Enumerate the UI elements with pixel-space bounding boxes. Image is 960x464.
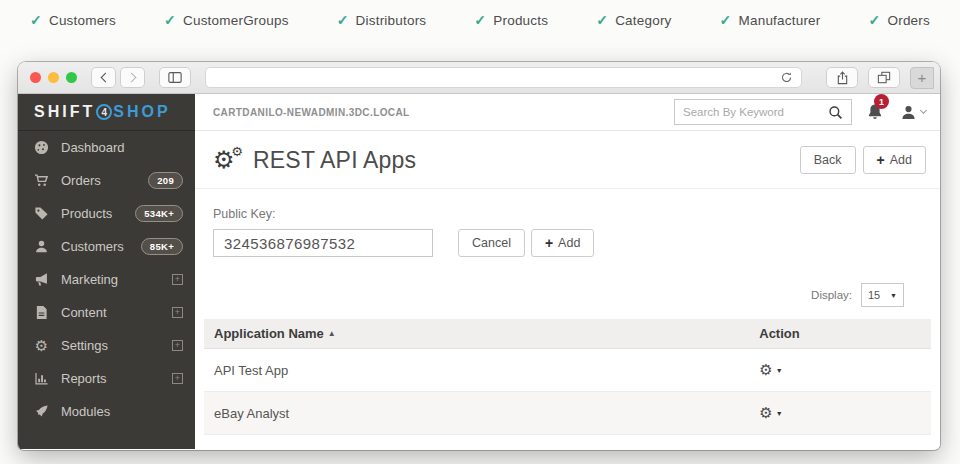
column-header-action: Action	[749, 326, 931, 341]
admin-sidebar: SHIFT4SHOP Dashboard Orders 209 Products…	[18, 94, 195, 449]
back-button-page[interactable]: Back	[800, 146, 856, 174]
sync-item-label: CustomerGroups	[183, 13, 289, 28]
display-label: Display:	[811, 289, 852, 301]
sync-item-label: Manufacturer	[739, 13, 821, 28]
column-header-application-name[interactable]: Application Name ▲	[204, 326, 749, 341]
sync-item-orders: ✓Orders	[869, 12, 930, 28]
sync-item-label: Orders	[887, 13, 929, 28]
sidebar-item-label: Marketing	[61, 272, 172, 287]
cart-icon	[33, 173, 50, 188]
app-name-cell: eBay Analyst	[204, 406, 749, 421]
back-button[interactable]	[91, 67, 116, 88]
chevron-down-icon	[920, 107, 927, 114]
sidebar-item-content[interactable]: Content +	[18, 296, 195, 329]
new-tab-button[interactable]: +	[910, 67, 934, 89]
browser-window: + SHIFT4SHOP Dashboard Orders 209 Produc…	[18, 62, 940, 450]
sidebar-toggle-button[interactable]	[159, 67, 191, 88]
caret-down-icon: ▼	[890, 292, 897, 299]
plus-icon: +	[545, 235, 553, 251]
caret-down-icon: ▼	[776, 410, 783, 417]
sidebar-item-settings[interactable]: ⚙ Settings +	[18, 329, 195, 362]
display-count-value: 15	[868, 289, 880, 301]
close-icon[interactable]	[30, 72, 41, 83]
orders-count-badge: 209	[148, 172, 183, 189]
expand-plus-icon[interactable]: +	[172, 307, 183, 318]
row-action-menu-button[interactable]: ⚙▼	[759, 404, 782, 422]
sidebar-item-dashboard[interactable]: Dashboard	[18, 131, 195, 164]
share-button[interactable]	[826, 67, 858, 88]
search-input[interactable]	[683, 106, 828, 118]
bar-chart-icon	[33, 371, 50, 386]
sync-item-category: ✓Category	[596, 12, 671, 28]
logo-text-shift: SHIFT	[34, 103, 95, 121]
gear-icon: ⚙	[759, 404, 772, 422]
page-header: ⚙⚙ REST API Apps Back +Add	[195, 131, 940, 189]
customers-count-badge: 85K+	[141, 238, 183, 255]
zoom-icon[interactable]	[66, 72, 77, 83]
browser-chrome: +	[18, 62, 940, 94]
keyword-search-box[interactable]	[674, 99, 852, 125]
plus-icon: +	[877, 152, 885, 168]
new-tab-icon: +	[918, 69, 927, 86]
check-icon: ✓	[337, 12, 349, 28]
sidebar-item-products[interactable]: Products 534K+	[18, 197, 195, 230]
user-menu-button[interactable]	[900, 104, 926, 121]
public-key-input[interactable]	[213, 229, 433, 257]
logo-4-icon: 4	[96, 104, 112, 120]
public-key-form: Public Key: Cancel +Add	[195, 189, 940, 257]
cogs-icon: ⚙⚙	[213, 146, 245, 174]
add-button-form[interactable]: +Add	[531, 229, 594, 257]
app-name-cell: API Test App	[204, 363, 749, 378]
tabs-overview-button[interactable]	[868, 67, 900, 88]
display-count-select[interactable]: 15 ▼	[861, 283, 904, 307]
megaphone-icon	[33, 272, 50, 287]
notifications-button[interactable]: 1	[866, 103, 884, 121]
add-button-header[interactable]: +Add	[863, 146, 926, 174]
main-content: CARTDANILO-NEWADMIN.3DC.LOCAL 1 ⚙⚙ REST …	[195, 94, 940, 449]
sidebar-item-customers[interactable]: Customers 85K+	[18, 230, 195, 263]
table-row: eBay Analyst ⚙▼	[204, 392, 931, 435]
shift4shop-logo: SHIFT4SHOP	[18, 94, 195, 131]
sidebar-item-label: Content	[61, 305, 172, 320]
reload-icon[interactable]	[780, 71, 793, 84]
sidebar-item-label: Orders	[61, 173, 148, 188]
window-controls	[30, 72, 77, 83]
sync-item-label: Products	[493, 13, 548, 28]
sidebar-item-modules[interactable]: Modules	[18, 395, 195, 428]
products-count-badge: 534K+	[135, 205, 183, 222]
sync-item-products: ✓Products	[474, 12, 548, 28]
sidebar-item-orders[interactable]: Orders 209	[18, 164, 195, 197]
expand-plus-icon[interactable]: +	[172, 274, 183, 285]
file-icon	[33, 305, 50, 320]
expand-plus-icon[interactable]: +	[172, 373, 183, 384]
sidebar-item-label: Products	[61, 206, 135, 221]
sidebar-item-label: Reports	[61, 371, 172, 386]
user-icon	[33, 239, 50, 254]
address-bar[interactable]	[205, 67, 802, 88]
notification-count-badge: 1	[874, 94, 889, 109]
minimize-icon[interactable]	[48, 72, 59, 83]
cancel-button[interactable]: Cancel	[458, 229, 525, 257]
dashboard-icon	[33, 140, 50, 155]
forward-icon	[126, 73, 136, 83]
gear-icon: ⚙	[759, 361, 772, 379]
sync-item-label: Distributors	[356, 13, 427, 28]
expand-plus-icon[interactable]: +	[172, 340, 183, 351]
sync-item-customers: ✓Customers	[30, 12, 116, 28]
sidebar-item-label: Customers	[61, 239, 141, 254]
back-icon	[100, 73, 110, 83]
sidebar-item-reports[interactable]: Reports +	[18, 362, 195, 395]
page-title: REST API Apps	[253, 147, 800, 174]
share-icon	[836, 71, 849, 85]
tags-icon	[33, 206, 50, 221]
sync-item-distributors: ✓Distributors	[337, 12, 427, 28]
row-action-menu-button[interactable]: ⚙▼	[759, 361, 782, 379]
sync-item-customergroups: ✓CustomerGroups	[164, 12, 289, 28]
gear-icon: ⚙	[33, 338, 50, 353]
search-icon[interactable]	[828, 105, 843, 120]
sidebar-item-marketing[interactable]: Marketing +	[18, 263, 195, 296]
user-avatar-icon	[900, 104, 917, 121]
caret-down-icon: ▼	[776, 367, 783, 374]
admin-topbar: CARTDANILO-NEWADMIN.3DC.LOCAL 1	[195, 94, 940, 131]
forward-button[interactable]	[120, 67, 145, 88]
